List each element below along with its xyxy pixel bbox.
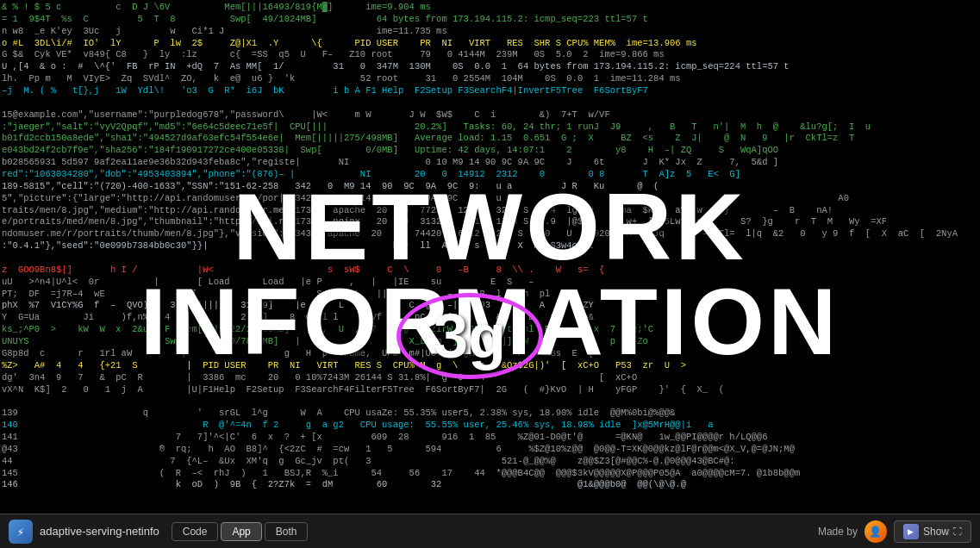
- tab-app[interactable]: App: [221, 522, 261, 541]
- show-button-label: Show: [923, 526, 949, 538]
- bottom-toolbar: ⚡ adaptive-serving-netinfo Code App Both…: [0, 514, 980, 548]
- made-by-text: Made by: [818, 526, 858, 538]
- made-by-section: Made by 👤 ▶ Show ⛶: [818, 520, 971, 543]
- network-type-text: 3g: [434, 301, 506, 371]
- tab-code[interactable]: Code: [172, 522, 219, 541]
- avatar-initial: 👤: [869, 526, 882, 538]
- network-type-circle: 3g: [396, 293, 543, 379]
- show-button[interactable]: ▶ Show ⛶: [894, 520, 971, 543]
- app-icon: ⚡: [9, 520, 33, 544]
- tab-group: Code App Both: [172, 522, 309, 541]
- tab-both[interactable]: Both: [265, 522, 309, 541]
- app-name-label: adaptive-serving-netinfo: [40, 525, 159, 538]
- show-button-icon: ▶: [903, 524, 919, 539]
- app-icon-glyph: ⚡: [17, 525, 24, 539]
- expand-icon: ⛶: [953, 526, 962, 536]
- avatar: 👤: [865, 520, 887, 543]
